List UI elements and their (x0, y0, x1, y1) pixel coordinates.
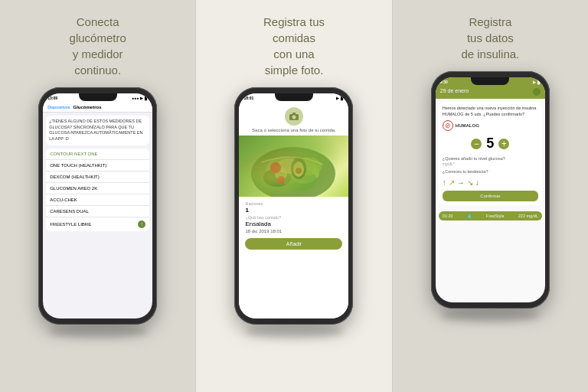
bottom-glucose: 222 mg/dL (518, 214, 538, 218)
time-center: 18:01 (243, 96, 253, 100)
status-icons-left: ●●● ▶ ▊ (132, 96, 148, 100)
add-food-button[interactable]: Añadir (245, 238, 342, 250)
trend-up-right[interactable]: ↗ (449, 178, 455, 188)
bottom-bar: 01:20 💧 FreeStyle 222 mg/dL (439, 211, 542, 220)
food-date: 18 dic 2019 18:01 (245, 229, 342, 234)
freestyle-badge: ↑ (138, 220, 145, 228)
dose-row: − 5 + (443, 134, 538, 153)
trend-up[interactable]: ↑ (443, 178, 446, 188)
bottom-device: FreeStyle (486, 214, 505, 218)
panel-right-title: Registra tus datos de insulina. (461, 14, 519, 62)
glucometer-list: CONTOUR NEXT ONE ONE TOUCH (HEALTHKIT) D… (46, 149, 149, 231)
humalog-label: HUMALOG (456, 122, 479, 129)
glucose-question: ¿Quieres añadir tu nivel glucosa? (443, 156, 538, 162)
panel-left-title: Conecta glucómetro y medidor continuo. (70, 14, 126, 78)
phone-center: 18:01 ▶ ▊ Saca o selecciona una foto de … (234, 87, 353, 325)
list-item-dexcom[interactable]: DEXCOM (HEALTHKIT) (46, 172, 149, 183)
food-name-value: Ensalada (245, 220, 342, 227)
svg-point-1 (292, 116, 296, 119)
camera-icon[interactable] (285, 107, 303, 126)
info-box-left: ¿TIENES ALGUNO DE ESTOS MEDIDORES DE GLU… (46, 116, 149, 145)
screen-left: 13:09 ●●● ▶ ▊ Dispositivos Glucómetros ¿… (43, 93, 152, 318)
trend-right[interactable]: → (457, 178, 465, 188)
phone-notch-left (79, 93, 117, 101)
panel-left: Conecta glucómetro y medidor continuo. 1… (0, 0, 195, 392)
phone-left: 13:09 ●●● ▶ ▊ Dispositivos Glucómetros ¿… (38, 87, 157, 325)
bottom-time: 01:20 (443, 214, 453, 218)
dose-plus-button[interactable]: + (498, 139, 509, 149)
nav-back-left[interactable]: Dispositivos (47, 105, 70, 109)
trend-down[interactable]: ↓ (475, 178, 479, 188)
food-photo (239, 136, 348, 197)
panel-right: Registra tus datos de insulina. 9:30 ▶ ▊… (393, 0, 588, 392)
list-item-contour[interactable]: CONTOUR NEXT ONE (46, 149, 149, 160)
glucose-units: mg/dL* (443, 162, 538, 167)
trend-question: ¿Conoces tu tendencia? (443, 169, 538, 175)
time-right: 9:30 (440, 80, 448, 84)
phone-shadow-center (244, 325, 344, 338)
list-item-freestyle[interactable]: FREESTYLE LIBRE ↑ (46, 217, 149, 231)
portions-label: Raciones (245, 201, 342, 206)
trend-down-right[interactable]: ↘ (467, 178, 473, 188)
portions-value: 1 (245, 207, 342, 214)
detection-card: Hemos detectado una nueva inyección de i… (439, 102, 542, 205)
list-item-accuchek[interactable]: ACCU-CHEK (46, 194, 149, 206)
phone-right: 9:30 ▶ ▊ 29 de enero Hemos detectado una… (431, 71, 550, 309)
nav-title-left: Glucómetros (74, 105, 102, 109)
svg-rect-2 (292, 113, 296, 115)
list-item-onetouch[interactable]: ONE TOUCH (HEALTHKIT) (46, 160, 149, 172)
dose-value: 5 (486, 134, 494, 153)
time-left: 13:09 (47, 96, 57, 100)
list-item-caresens[interactable]: CARESENS DUAL (46, 206, 149, 217)
date-bar: 29 de enero (436, 87, 545, 99)
confirm-button[interactable]: Confirmar (443, 191, 538, 201)
food-header: Saca o selecciona una foto de tu comida. (239, 103, 348, 136)
panel-center: Registra tus comidas con una simple foto… (195, 0, 392, 392)
food-instruction: Saca o selecciona una foto de tu comida. (252, 128, 336, 132)
dose-minus-button[interactable]: − (471, 139, 482, 149)
humalog-row: ⊘ HUMALOG (443, 120, 538, 131)
phone-shadow-right (440, 309, 540, 322)
food-name-label: ¿Qué has comido? (245, 215, 342, 220)
nav-bar-left: Dispositivos Glucómetros (43, 103, 152, 113)
food-details: Raciones 1 ¿Qué has comido? Ensalada 18 … (239, 197, 348, 318)
phone-shadow-left (48, 325, 148, 338)
panel-center-title: Registra tus comidas con una simple foto… (263, 14, 325, 78)
screen-center: 18:01 ▶ ▊ Saca o selecciona una foto de … (239, 93, 348, 318)
phone-notch-right (471, 77, 509, 85)
trend-row: ↑ ↗ → ↘ ↓ (443, 178, 538, 188)
screen-right: 9:30 ▶ ▊ 29 de enero Hemos detectado una… (436, 77, 545, 302)
humalog-icon: ⊘ (443, 120, 453, 131)
list-item-glucomen[interactable]: GLUCOMEN AREO 2K (46, 183, 149, 194)
phone-notch-center (275, 93, 313, 101)
detection-text: Hemos detectado una nueva inyección de i… (443, 106, 538, 117)
